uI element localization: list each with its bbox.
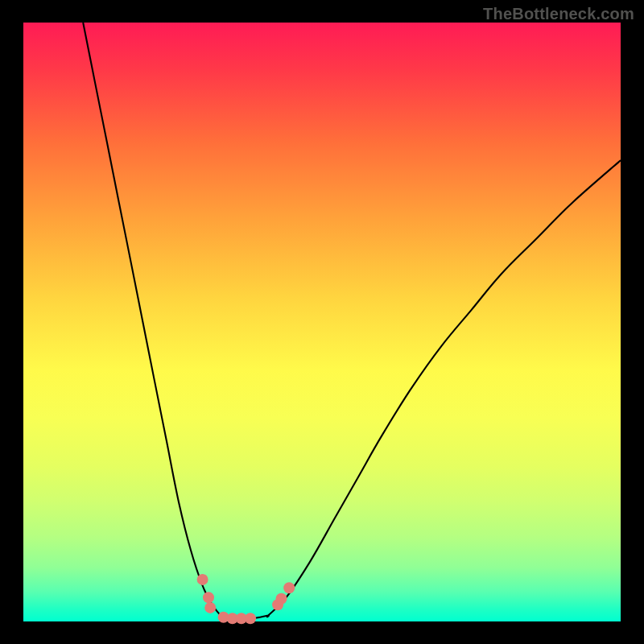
data-marker	[276, 593, 287, 605]
data-marker	[283, 582, 295, 593]
chart-overlay	[23, 23, 621, 621]
data-marker	[245, 613, 256, 624]
chart-frame: TheBottleneck.com	[0, 0, 644, 644]
watermark-text: TheBottleneck.com	[483, 5, 634, 23]
marker-group	[197, 574, 295, 624]
data-marker	[203, 592, 214, 603]
data-marker	[204, 602, 216, 613]
data-marker	[197, 574, 208, 585]
bottleneck-curve	[83, 23, 621, 619]
